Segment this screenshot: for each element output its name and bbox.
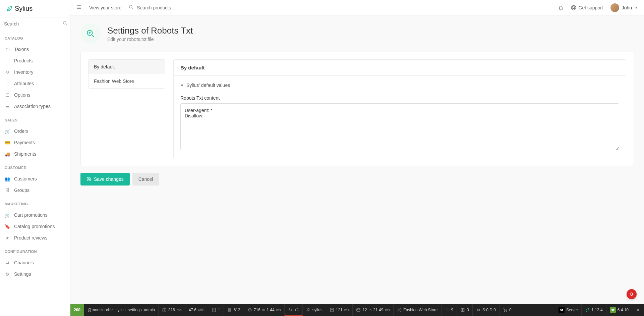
sidebar: Sylius CATALOG🗀Taxons⬚Products↺Inventory… [0, 0, 70, 316]
debug-cart[interactable]: 0 [500, 304, 515, 316]
gear-icon: ⚙ [5, 271, 10, 277]
tab-by-default[interactable]: By default [89, 60, 165, 74]
panel-body: ▼ Sylius' default values Robots Txt cont… [174, 76, 626, 158]
get-support-button[interactable]: Get support [571, 5, 603, 10]
svg-line-6 [132, 8, 133, 9]
sidebar-item-payments[interactable]: 💳Payments [0, 137, 70, 148]
svg-rect-35 [461, 308, 463, 310]
sidebar-item-shipments[interactable]: 🚚Shipments [0, 148, 70, 160]
debug-mail[interactable]: 12 in 21.49 ms [353, 304, 394, 316]
close-icon [636, 308, 640, 312]
sidebar-item-cart-promotions[interactable]: 🛒Cart promotions [0, 209, 70, 221]
sidebar-item-label: Inventory [14, 69, 34, 75]
save-button[interactable]: Save changes [80, 173, 130, 186]
tab-fashion-web-store[interactable]: Fashion Web Store [89, 74, 165, 88]
mail-icon [356, 308, 361, 312]
sidebar-item-orders[interactable]: 🛒Orders [0, 125, 70, 137]
settings-card: By defaultFashion Web Store By default ▼… [80, 52, 634, 166]
sidebar-item-attributes[interactable]: ⬚Attributes [0, 78, 70, 89]
sidebar-item-label: Shipments [14, 151, 36, 157]
notifications-button[interactable] [558, 5, 564, 10]
svg-point-27 [330, 308, 333, 310]
sidebar-section-header: CONFIGURATION [0, 244, 70, 257]
credit-card-icon: 💳 [5, 140, 10, 145]
debug-symfony-version[interactable]: sf 6.4.10 [606, 304, 632, 316]
debug-cache[interactable]: 613 [224, 304, 244, 316]
sidebar-item-groups[interactable]: 🗄Groups [0, 185, 70, 196]
robots-txt-textarea[interactable] [180, 103, 619, 150]
sidebar-item-customers[interactable]: 👥Customers [0, 173, 70, 185]
search-icon[interactable] [129, 5, 133, 10]
debug-status[interactable]: 200 [70, 304, 84, 316]
clock-icon [162, 308, 167, 312]
sidebar-search [0, 17, 70, 30]
debug-memory[interactable]: 47.6MiB [185, 304, 208, 316]
svg-point-40 [479, 309, 480, 311]
svg-marker-25 [248, 308, 251, 310]
robots-txt-label: Robots Txt content [180, 95, 619, 101]
sidebar-item-catalog-promotions[interactable]: 🔖Catalog promotions [0, 221, 70, 232]
product-search-input[interactable] [137, 5, 237, 10]
svg-point-43 [506, 311, 507, 312]
sidebar-search-input[interactable] [4, 21, 63, 27]
svg-line-10 [574, 6, 575, 7]
sidebar-item-channels[interactable]: ⇄Channels [0, 257, 70, 268]
collapsible-default-values[interactable]: ▼ Sylius' default values [180, 83, 619, 88]
archive-icon: 🗄 [5, 188, 10, 193]
debug-db[interactable]: 121ms [326, 304, 353, 316]
cart-icon: 🛒 [5, 128, 10, 134]
symfony-icon: sf [559, 307, 565, 313]
sidebar-item-label: Product reviews [14, 235, 48, 241]
svg-rect-37 [461, 310, 463, 312]
debug-serialize[interactable]: S:0 D:0 [473, 304, 500, 316]
chevron-down-icon: ▼ [635, 6, 638, 9]
debug-sylius-version[interactable]: 1.13.4 [582, 304, 606, 316]
sidebar-item-label: Association types [14, 104, 51, 109]
svg-point-8 [573, 7, 574, 8]
sidebar-item-label: Settings [14, 271, 31, 277]
debug-toolbar: 200 @monsieurbiz_sylius_settings_admin 3… [70, 304, 644, 316]
cart-icon: 🛒 [5, 212, 10, 218]
db-icon [330, 308, 334, 312]
debug-channel[interactable]: Fashion Web Store [394, 304, 442, 316]
save-icon [86, 177, 91, 181]
svg-line-14 [92, 35, 94, 37]
tasks-icon: ☰ [5, 104, 10, 109]
sidebar-nav: CATALOG🗀Taxons⬚Products↺Inventory⬚Attrib… [0, 30, 70, 280]
debug-ajax[interactable]: 1 [208, 304, 224, 316]
caret-down-icon: ▼ [180, 84, 184, 87]
sylius-leaf-icon [585, 308, 590, 312]
search-icon[interactable] [63, 21, 67, 27]
sidebar-item-association-types[interactable]: ☰Association types [0, 101, 70, 112]
floating-notification-badge[interactable]: 0 [627, 289, 637, 299]
brand-logo[interactable]: Sylius [0, 0, 70, 17]
grid-icon [460, 308, 465, 312]
cancel-button[interactable]: Cancel [132, 173, 159, 186]
debug-translation[interactable]: 71 [285, 304, 302, 316]
sidebar-item-product-reviews[interactable]: ★Product reviews [0, 232, 70, 244]
sidebar-item-inventory[interactable]: ↺Inventory [0, 66, 70, 78]
debug-close[interactable] [632, 304, 644, 316]
debug-twig[interactable]: 716 in 1.44 ms [244, 304, 285, 316]
svg-point-5 [129, 5, 132, 8]
debug-server[interactable]: sf Server [555, 304, 582, 316]
cube-icon: ⬚ [5, 58, 10, 63]
user-menu[interactable]: John ▼ [610, 3, 638, 12]
debug-route[interactable]: @monsieurbiz_sylius_settings_admin [84, 304, 159, 316]
svg-rect-23 [228, 309, 231, 310]
view-store-link[interactable]: View your store [89, 5, 121, 10]
sidebar-item-options[interactable]: ☰Options [0, 89, 70, 101]
sidebar-item-label: Cart promotions [14, 212, 48, 218]
debug-grid[interactable]: 0 [457, 304, 473, 316]
sidebar-item-taxons[interactable]: 🗀Taxons [0, 44, 70, 55]
sidebar-item-products[interactable]: ⬚Products [0, 55, 70, 66]
sidebar-item-label: Options [14, 92, 30, 98]
hamburger-icon[interactable] [76, 4, 82, 11]
user-name: John [622, 5, 632, 10]
debug-time[interactable]: 316ms [159, 304, 185, 316]
sidebar-item-label: Products [14, 58, 33, 63]
debug-user[interactable]: sylius [303, 304, 326, 316]
sidebar-item-settings[interactable]: ⚙Settings [0, 268, 70, 280]
debug-menu[interactable]: 9 [442, 304, 457, 316]
topbar: View your store Get support John [70, 0, 644, 15]
